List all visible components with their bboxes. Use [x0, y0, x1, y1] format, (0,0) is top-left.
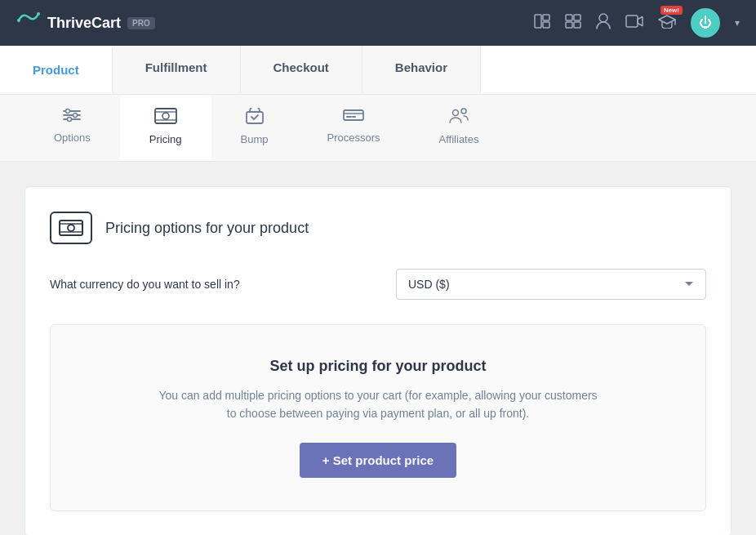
currency-select[interactable]: USD ($) EUR (€) GBP (£) CAD ($) AUD ($): [396, 269, 706, 300]
svg-point-17: [68, 118, 72, 122]
user-icon[interactable]: [596, 13, 611, 33]
svg-point-0: [17, 19, 20, 22]
currency-row: What currency do you want to sell in? US…: [50, 269, 706, 300]
subtab-bump-label: Bump: [241, 133, 269, 145]
options-icon: [63, 108, 81, 127]
svg-rect-3: [543, 15, 549, 20]
logo-text: ThriveCart: [47, 15, 121, 32]
svg-rect-8: [574, 22, 580, 28]
pricing-header-icon: [50, 212, 92, 244]
subtab-options-label: Options: [54, 132, 91, 144]
subtab-bump[interactable]: Bump: [211, 95, 298, 161]
pricing-header-title: Pricing options for your product: [105, 220, 309, 237]
subtab-affiliates-label: Affiliates: [439, 133, 479, 145]
tab-product[interactable]: Product: [0, 46, 113, 94]
pricing-header: Pricing options for your product: [50, 212, 706, 244]
svg-rect-29: [60, 221, 82, 235]
logo-icon: [16, 9, 41, 37]
svg-point-27: [453, 110, 459, 116]
new-badge: New!: [660, 6, 683, 15]
svg-rect-7: [566, 22, 572, 28]
set-product-price-button[interactable]: + Set product price: [300, 443, 456, 478]
affiliates-icon: [449, 108, 469, 128]
svg-point-9: [599, 14, 607, 22]
set-price-box: Set up pricing for your product You can …: [50, 324, 706, 511]
set-price-desc: You can add multiple pricing options to …: [158, 386, 598, 423]
svg-point-28: [461, 109, 466, 114]
main-tabs: Product Fulfillment Checkout Behavior: [0, 46, 756, 95]
svg-rect-18: [155, 109, 176, 123]
tab-checkout[interactable]: Checkout: [241, 46, 362, 94]
pro-badge: Pro: [127, 17, 155, 29]
subtab-options[interactable]: Options: [24, 95, 120, 161]
avatar-button[interactable]: ⏻: [691, 8, 720, 38]
svg-point-1: [37, 12, 40, 16]
content-area: Pricing options for your product What cu…: [0, 162, 756, 535]
subtab-processors[interactable]: Processors: [298, 95, 410, 161]
tab-fulfillment[interactable]: Fulfillment: [113, 46, 241, 94]
graduation-icon[interactable]: New!: [658, 14, 676, 33]
topbar-icons: New! ⏻ ▾: [534, 8, 740, 38]
subtab-affiliates[interactable]: Affiliates: [410, 95, 509, 161]
svg-rect-6: [574, 15, 580, 20]
svg-point-16: [73, 114, 78, 118]
tab-behavior[interactable]: Behavior: [362, 46, 481, 94]
logo: ThriveCart Pro: [16, 9, 155, 37]
bump-icon: [246, 108, 264, 128]
layout-icon[interactable]: [534, 14, 550, 33]
svg-point-19: [162, 113, 169, 119]
topbar: ThriveCart Pro New! ⏻ ▾: [0, 0, 756, 46]
avatar-dropdown-arrow[interactable]: ▾: [735, 17, 740, 29]
svg-rect-5: [566, 15, 572, 20]
subtab-pricing-label: Pricing: [149, 133, 182, 145]
video-icon[interactable]: [625, 15, 643, 32]
svg-rect-23: [344, 110, 363, 120]
subtab-processors-label: Processors: [327, 132, 380, 144]
processors-icon: [343, 108, 364, 127]
sub-tabs: Options Pricing Bump Processors Affiliat…: [0, 95, 756, 162]
pricing-card: Pricing options for your product What cu…: [24, 186, 732, 535]
set-price-title: Set up pricing for your product: [75, 358, 681, 375]
svg-point-15: [66, 109, 70, 114]
svg-point-30: [68, 225, 74, 231]
currency-label: What currency do you want to sell in?: [50, 278, 240, 291]
subtab-pricing[interactable]: Pricing: [120, 95, 211, 161]
pricing-icon: [154, 108, 177, 128]
grid-icon[interactable]: [565, 14, 581, 33]
svg-rect-10: [626, 16, 638, 27]
svg-rect-2: [535, 15, 541, 28]
svg-rect-4: [543, 22, 549, 28]
